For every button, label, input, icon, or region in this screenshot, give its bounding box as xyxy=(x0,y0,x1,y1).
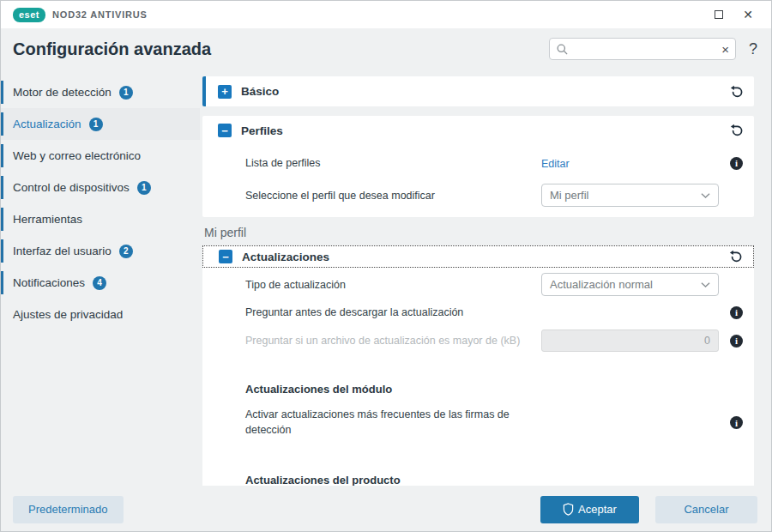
sidebar-item-label: Herramientas xyxy=(13,213,82,226)
toggle-knob xyxy=(543,314,556,327)
setting-label: Lista de perfiles xyxy=(245,157,541,169)
sidebar-item-notificaciones[interactable]: Notificaciones 4 xyxy=(1,267,200,299)
sidebar: Motor de detección 1 Actualización 1 Web… xyxy=(1,70,200,486)
sidebar-item-interfaz-usuario[interactable]: Interfaz del usuario 2 xyxy=(1,235,200,267)
settings-content: + Básico − Perfiles xyxy=(200,70,771,486)
count-badge: 1 xyxy=(119,86,133,100)
sidebar-item-control-dispositivos[interactable]: Control de dispositivos 1 xyxy=(1,172,200,203)
count-badge: 1 xyxy=(137,181,151,195)
revert-icon[interactable] xyxy=(728,84,743,99)
product-name: NOD32 ANTIVIRUS xyxy=(52,9,148,20)
section-actualizaciones-header[interactable]: − Actualizaciones xyxy=(202,245,754,268)
sidebar-item-label: Motor de detección xyxy=(13,86,112,99)
sidebar-item-label: Notificaciones xyxy=(13,276,85,289)
page-title: Configuración avanzada xyxy=(13,39,211,59)
collapse-icon[interactable]: − xyxy=(218,124,232,137)
collapse-icon[interactable]: − xyxy=(219,250,232,263)
kb-threshold-input xyxy=(541,329,719,352)
editar-link[interactable]: Editar xyxy=(541,158,570,170)
setting-row: Preguntar si un archivo de actualización… xyxy=(202,329,754,352)
main-body: Motor de detección 1 Actualización 1 Web… xyxy=(1,70,771,486)
setting-row: Tipo de actualización Actualización norm… xyxy=(202,273,754,296)
page-header: Configuración avanzada × ? xyxy=(1,28,771,70)
close-button[interactable]: ✕ xyxy=(733,1,763,28)
search-icon xyxy=(556,43,569,56)
eset-logo: eset xyxy=(13,8,45,22)
setting-row: Preguntar antes de descargar la actualiz… xyxy=(202,303,754,322)
update-type-dropdown[interactable]: Actualización normal xyxy=(541,273,719,296)
count-badge: 1 xyxy=(89,118,103,131)
setting-label: Activar actualizaciones más frecuentes d… xyxy=(245,408,541,438)
accept-button-label: Aceptar xyxy=(578,503,617,516)
section-perfiles: − Perfiles Lista de perfiles Editar i xyxy=(202,116,754,217)
section-perfiles-header[interactable]: − Perfiles xyxy=(202,116,754,145)
eset-advanced-setup-window: eset NOD32 ANTIVIRUS ✕ Configuración ava… xyxy=(0,0,772,532)
setting-row: Seleccione el perfil que desea modificar… xyxy=(202,184,754,207)
sidebar-item-actualizacion[interactable]: Actualización 1 xyxy=(1,108,200,140)
toggle-knob xyxy=(527,425,540,438)
footer-bar: Predeterminado Aceptar Cancelar xyxy=(1,486,771,532)
shield-icon xyxy=(563,503,574,516)
profile-dropdown[interactable]: Mi perfil xyxy=(541,184,719,207)
setting-label: Seleccione el perfil que desea modificar xyxy=(245,190,541,202)
section-title: Perfiles xyxy=(241,124,283,137)
search-input[interactable] xyxy=(569,43,718,55)
setting-label: Preguntar antes de descargar la actualiz… xyxy=(245,306,541,318)
count-badge: 4 xyxy=(93,276,106,290)
expand-icon[interactable]: + xyxy=(218,85,232,99)
profile-group-label: Mi perfil xyxy=(204,226,754,239)
section-title: Básico xyxy=(241,85,279,98)
sidebar-item-label: Interfaz del usuario xyxy=(13,245,112,257)
revert-icon[interactable] xyxy=(727,250,742,264)
sidebar-item-label: Control de dispositivos xyxy=(13,181,130,194)
revert-icon[interactable] xyxy=(728,124,743,138)
module-updates-heading: Actualizaciones del módulo xyxy=(202,383,754,396)
sidebar-item-label: Actualización xyxy=(13,118,81,130)
maximize-button[interactable] xyxy=(704,1,733,28)
section-basico[interactable]: + Básico xyxy=(202,76,754,106)
sidebar-item-label: Web y correo electrónico xyxy=(13,149,141,162)
search-box[interactable]: × xyxy=(549,38,736,60)
info-icon[interactable]: i xyxy=(730,416,743,429)
accept-button[interactable]: Aceptar xyxy=(540,496,639,523)
cancel-button[interactable]: Cancelar xyxy=(655,496,757,523)
clear-search-icon[interactable]: × xyxy=(718,43,729,56)
section-title: Actualizaciones xyxy=(242,251,329,263)
sidebar-item-motor-de-deteccion[interactable]: Motor de detección 1 xyxy=(1,76,200,108)
update-type-value: Actualización normal xyxy=(550,278,653,291)
section-actualizaciones: − Actualizaciones Tipo de actualización … xyxy=(202,245,754,486)
sidebar-item-ajustes-privacidad[interactable]: Ajustes de privacidad xyxy=(1,299,200,330)
maximize-icon xyxy=(715,10,723,19)
info-icon[interactable]: i xyxy=(730,157,743,170)
sidebar-item-herramientas[interactable]: Herramientas xyxy=(1,203,200,235)
titlebar: eset NOD32 ANTIVIRUS ✕ xyxy=(1,1,771,28)
info-icon[interactable]: i xyxy=(730,306,743,319)
setting-label: Preguntar si un archivo de actualización… xyxy=(245,335,541,347)
product-updates-heading: Actualizaciones del producto xyxy=(202,474,754,486)
help-button[interactable]: ? xyxy=(749,40,757,58)
sidebar-item-label: Ajustes de privacidad xyxy=(13,308,123,321)
setting-label: Tipo de actualización xyxy=(245,279,541,291)
setting-row: Activar actualizaciones más frecuentes d… xyxy=(202,408,754,438)
count-badge: 2 xyxy=(119,245,133,258)
info-icon[interactable]: i xyxy=(730,335,743,348)
chevron-down-icon xyxy=(701,192,710,199)
default-button[interactable]: Predeterminado xyxy=(13,496,124,523)
setting-row: Lista de perfiles Editar i xyxy=(202,151,754,175)
profile-dropdown-value: Mi perfil xyxy=(550,189,589,202)
chevron-down-icon xyxy=(701,281,710,288)
sidebar-item-web-y-correo[interactable]: Web y correo electrónico xyxy=(1,140,200,172)
